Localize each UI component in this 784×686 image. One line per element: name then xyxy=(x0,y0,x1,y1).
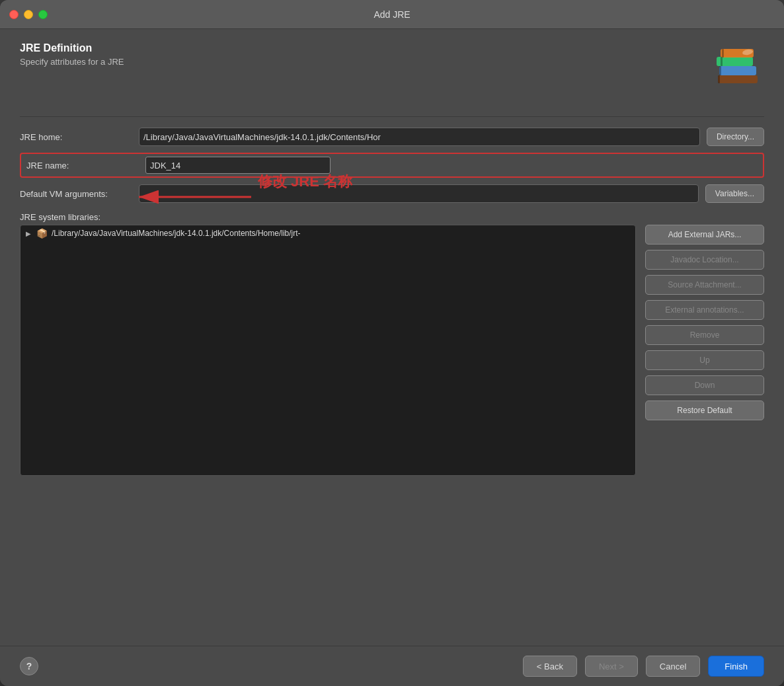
section-title: JRE Definition xyxy=(20,42,124,54)
jre-icon xyxy=(711,42,764,95)
libraries-container: ▶ 📦 /Library/Java/JavaVirtualMachines/jd… xyxy=(20,225,764,632)
cancel-button[interactable]: Cancel xyxy=(646,656,700,677)
source-attachment-button[interactable]: Source Attachment... xyxy=(645,275,764,295)
variables-button[interactable]: Variables... xyxy=(705,184,764,203)
svg-rect-4 xyxy=(721,57,723,66)
separator-1 xyxy=(20,116,764,117)
main-content: JRE Definition Specify attributes for a … xyxy=(0,29,784,646)
svg-rect-1 xyxy=(719,66,756,75)
restore-default-button[interactable]: Restore Default xyxy=(645,400,764,420)
bottom-bar: ? < Back Next > Cancel Finish xyxy=(0,646,784,686)
traffic-lights xyxy=(9,10,48,19)
external-annotations-button[interactable]: External annotations... xyxy=(645,300,764,320)
vm-args-row: Default VM arguments: Variables... xyxy=(20,179,764,208)
libraries-list[interactable]: ▶ 📦 /Library/Java/JavaVirtualMachines/jd… xyxy=(20,225,636,476)
header-section: JRE Definition Specify attributes for a … xyxy=(20,42,764,95)
up-button[interactable]: Up xyxy=(645,350,764,370)
vm-args-label: Default VM arguments: xyxy=(20,189,139,199)
form-area: JRE home: Directory... JRE name: Default… xyxy=(20,122,764,632)
help-button[interactable]: ? xyxy=(20,657,38,675)
libraries-buttons: Add External JARs... Javadoc Location...… xyxy=(645,225,764,632)
svg-rect-6 xyxy=(718,75,720,83)
lib-path-text: /Library/Java/JavaVirtualMachines/jdk-14… xyxy=(52,229,301,238)
next-button[interactable]: Next > xyxy=(585,656,638,677)
svg-rect-0 xyxy=(718,75,758,83)
header-text: JRE Definition Specify attributes for a … xyxy=(20,42,124,67)
jre-home-label: JRE home: xyxy=(20,132,139,142)
jre-name-label: JRE name: xyxy=(26,161,145,171)
add-external-jars-button[interactable]: Add External JARs... xyxy=(645,225,764,245)
maximize-button[interactable] xyxy=(38,10,48,19)
jre-name-input[interactable] xyxy=(145,157,331,174)
remove-button[interactable]: Remove xyxy=(645,325,764,345)
finish-button[interactable]: Finish xyxy=(708,656,764,677)
svg-rect-5 xyxy=(719,66,721,75)
bottom-left: ? xyxy=(20,657,38,675)
system-libs-label: JRE system libraries: xyxy=(20,212,764,222)
jre-name-wrapper: JRE name: xyxy=(20,153,764,178)
titlebar: Add JRE xyxy=(0,0,784,29)
javadoc-location-button[interactable]: Javadoc Location... xyxy=(645,250,764,270)
minimize-button[interactable] xyxy=(24,10,33,19)
vm-args-input[interactable] xyxy=(139,184,699,203)
window-title: Add JRE xyxy=(373,9,410,20)
down-button[interactable]: Down xyxy=(645,375,764,395)
add-jre-dialog: Add JRE JRE Definition Specify attribute… xyxy=(0,0,784,686)
jre-home-input[interactable] xyxy=(139,128,700,146)
svg-rect-7 xyxy=(722,49,724,57)
close-button[interactable] xyxy=(9,10,19,19)
back-button[interactable]: < Back xyxy=(523,656,577,677)
jar-icon: 📦 xyxy=(36,228,48,239)
jre-home-row: JRE home: Directory... xyxy=(20,122,764,151)
section-subtitle: Specify attributes for a JRE xyxy=(20,57,124,67)
directory-button[interactable]: Directory... xyxy=(707,128,764,146)
expand-triangle-icon: ▶ xyxy=(26,230,31,237)
bottom-right: < Back Next > Cancel Finish xyxy=(523,656,764,677)
library-item[interactable]: ▶ 📦 /Library/Java/JavaVirtualMachines/jd… xyxy=(20,225,635,241)
